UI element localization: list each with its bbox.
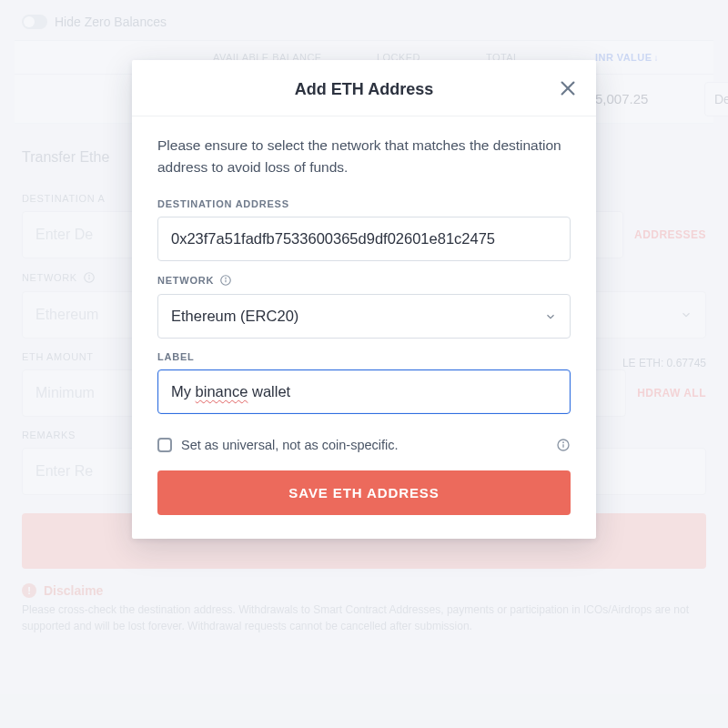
svg-point-10 <box>563 442 564 443</box>
modal-label-input[interactable]: My binance wallet <box>157 369 571 414</box>
chevron-down-icon <box>544 310 557 323</box>
modal-dest-input[interactable] <box>157 217 571 261</box>
universal-label: Set as universal, not as coin-specific. <box>181 438 399 452</box>
info-icon[interactable] <box>219 274 232 287</box>
modal-network-select[interactable]: Ethereum (ERC20) <box>157 294 571 339</box>
add-address-modal: Add ETH Address Please ensure to select … <box>132 60 596 539</box>
modal-network-label: NETWORK <box>157 274 571 287</box>
save-address-button[interactable]: SAVE ETH ADDRESS <box>157 470 571 515</box>
universal-checkbox[interactable] <box>157 438 172 452</box>
modal-dest-label: DESTINATION ADDRESS <box>157 198 571 209</box>
modal-label-label: LABEL <box>157 351 571 362</box>
modal-title: Add ETH Address <box>295 80 433 99</box>
modal-warning-text: Please ensure to select the network that… <box>157 135 571 178</box>
info-icon[interactable] <box>556 438 571 452</box>
modal-network-value: Ethereum (ERC20) <box>171 308 298 325</box>
close-icon[interactable] <box>558 78 578 98</box>
modal-overlay: Add ETH Address Please ensure to select … <box>0 0 728 728</box>
svg-point-7 <box>226 278 227 278</box>
